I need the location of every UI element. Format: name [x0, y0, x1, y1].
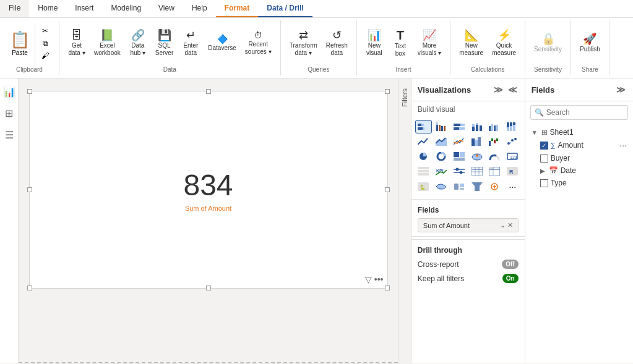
viz-icon-clustered-bar[interactable]: [433, 120, 450, 133]
viz-icon-waterfall[interactable]: [486, 135, 503, 148]
fields-tree-type[interactable]: Type: [525, 177, 633, 189]
viz-icon-ribbon[interactable]: [468, 135, 485, 148]
viz-fields-divider: [411, 236, 525, 237]
data-hub-button[interactable]: 🔗 Datahub ▾: [126, 27, 150, 59]
viz-icon-pie[interactable]: [415, 150, 432, 163]
field-pill-dropdown-icon[interactable]: ⌄: [500, 221, 506, 229]
more-options-toolbar-icon[interactable]: •••: [374, 274, 384, 284]
fields-panel-expand-icon[interactable]: ≫: [615, 83, 627, 96]
viz-icon-funnel[interactable]: [468, 179, 485, 194]
viz-icon-matrix[interactable]: [486, 164, 503, 178]
publish-button[interactable]: 🚀 Publish: [576, 31, 604, 56]
data-group: 🗄 Getdata ▾ 📗 Excelworkbook 🔗 Datahub ▾ …: [59, 20, 281, 75]
viz-icon-clustered-col[interactable]: [486, 120, 503, 133]
format-painter-button[interactable]: 🖌: [39, 50, 51, 61]
viz-icon-stacked-col[interactable]: [468, 120, 485, 133]
viz-icon-100pct-col[interactable]: [504, 120, 521, 133]
resize-handle-bl[interactable]: [27, 286, 32, 290]
tab-datadrill[interactable]: Data / Drill: [258, 0, 312, 17]
viz-icon-line-clustered[interactable]: [450, 135, 467, 148]
quick-measure-button[interactable]: ⚡ Quickmeasure: [488, 27, 520, 59]
buyer-checkbox[interactable]: [540, 154, 548, 163]
resize-handle-mr[interactable]: [385, 187, 390, 192]
report-view-icon[interactable]: 📊: [1, 83, 18, 100]
resize-handle-ml[interactable]: [27, 187, 32, 192]
tab-insert[interactable]: Insert: [66, 0, 102, 17]
viz-icon-r-visual[interactable]: R: [504, 164, 521, 178]
resize-handle-bc[interactable]: [206, 286, 211, 290]
filter-toolbar-icon[interactable]: ▽: [365, 274, 372, 284]
viz-icon-map[interactable]: [468, 150, 485, 163]
viz-icon-donut[interactable]: [433, 150, 450, 163]
tab-home[interactable]: Home: [29, 0, 66, 17]
fields-tree-amount[interactable]: ✓ ∑ Amount ···: [525, 138, 633, 152]
dataverse-button[interactable]: 🔷 Dataverse: [204, 32, 240, 54]
viz-icon-gauge[interactable]: [486, 150, 503, 163]
fields-tree-buyer[interactable]: Buyer: [525, 152, 633, 164]
tab-modeling[interactable]: Modeling: [102, 0, 150, 17]
tab-view[interactable]: View: [150, 0, 183, 17]
new-measure-button[interactable]: 📐 Newmeasure: [455, 27, 487, 59]
get-data-button[interactable]: 🗄 Getdata ▾: [64, 27, 89, 59]
resize-handle-tl[interactable]: [27, 89, 32, 94]
viz-icon-line[interactable]: [415, 135, 432, 148]
viz-icon-multirow-card[interactable]: [415, 164, 432, 178]
canvas-page: 834 Sum of Amount ▽ •••: [29, 91, 388, 289]
fields-search-input[interactable]: [546, 108, 624, 117]
tab-file[interactable]: File: [0, 0, 29, 17]
amount-more-icon[interactable]: ···: [619, 140, 627, 150]
resize-handle-tr[interactable]: [385, 89, 390, 94]
sensitivity-button[interactable]: 🔒 Sensitivity: [530, 31, 566, 56]
sheet1-expand-icon[interactable]: ▼: [532, 129, 538, 136]
type-checkbox[interactable]: [540, 179, 548, 187]
insert-group: 📊 Newvisual T Textbox 📈 Morevisuals ▾ In…: [357, 20, 450, 75]
keep-all-filters-toggle[interactable]: On: [502, 274, 519, 283]
viz-icon-stacked-bar[interactable]: [415, 120, 432, 133]
text-box-button[interactable]: T Textbox: [388, 27, 413, 60]
fields-panel-header: Fields ≫: [525, 78, 633, 101]
viz-icon-area[interactable]: [433, 135, 450, 148]
paste-button[interactable]: 📋 Paste: [5, 23, 35, 64]
viz-icon-100pct-bar[interactable]: [450, 120, 467, 133]
viz-icon-scatter[interactable]: [504, 135, 521, 148]
viz-icon-card[interactable]: 123: [504, 150, 521, 163]
date-expand-icon[interactable]: ▶: [540, 167, 545, 174]
viz-icon-more[interactable]: ···: [504, 179, 521, 194]
sql-server-button[interactable]: 💾 SQLServer: [152, 27, 177, 59]
resize-handle-tc[interactable]: [206, 89, 211, 94]
recent-sources-button[interactable]: ⏱ Recentsources ▾: [241, 28, 275, 58]
canvas-area[interactable]: 834 Sum of Amount ▽ •••: [19, 78, 398, 363]
viz-panel-collapse-icon[interactable]: ≪: [507, 83, 519, 96]
svg-point-36: [507, 142, 510, 145]
viz-icon-slicer[interactable]: [450, 164, 467, 178]
tab-format[interactable]: Format: [216, 0, 259, 17]
new-visual-button[interactable]: 📊 Newvisual: [362, 27, 387, 59]
excel-workbook-button[interactable]: 📗 Excelworkbook: [90, 27, 124, 59]
viz-icon-filled-map[interactable]: [433, 179, 450, 194]
viz-icon-python[interactable]: 🐍: [415, 179, 432, 194]
amount-checkbox[interactable]: ✓: [540, 142, 548, 150]
transform-data-button[interactable]: ⇄ Transformdata ▾: [286, 27, 321, 59]
field-pill-remove-icon[interactable]: ✕: [507, 221, 513, 229]
fields-search-box[interactable]: 🔍: [530, 105, 628, 120]
viz-icon-treemap[interactable]: [450, 150, 467, 163]
data-view-icon[interactable]: ⊞: [2, 105, 15, 122]
viz-field-pill-amount[interactable]: Sum of Amount ⌄ ✕: [418, 218, 519, 232]
viz-icon-ai-insights[interactable]: [486, 179, 503, 194]
copy-button[interactable]: ⧉: [39, 38, 51, 49]
refresh-data-button[interactable]: ↺ Refreshdata: [322, 27, 351, 59]
viz-icon-table[interactable]: [468, 164, 485, 178]
model-view-icon[interactable]: ☰: [2, 127, 16, 143]
viz-icon-kpi[interactable]: KPI: [433, 164, 450, 178]
tab-help[interactable]: Help: [183, 0, 216, 17]
enter-data-button[interactable]: ↵ Enterdata: [178, 27, 203, 59]
more-visuals-button[interactable]: 📈 Morevisuals ▾: [414, 27, 445, 59]
fields-tree-sheet1[interactable]: ▼ ⊞ Sheet1: [525, 126, 633, 138]
svg-rect-30: [475, 140, 478, 146]
viz-icon-shape-map[interactable]: [450, 179, 467, 194]
cross-report-toggle[interactable]: Off: [502, 260, 518, 269]
resize-handle-br[interactable]: [385, 286, 390, 290]
viz-panel-expand-icon[interactable]: ≫: [493, 83, 504, 96]
fields-tree-date[interactable]: ▶ 📅 Date: [525, 164, 633, 177]
cut-button[interactable]: ✂: [39, 25, 51, 36]
